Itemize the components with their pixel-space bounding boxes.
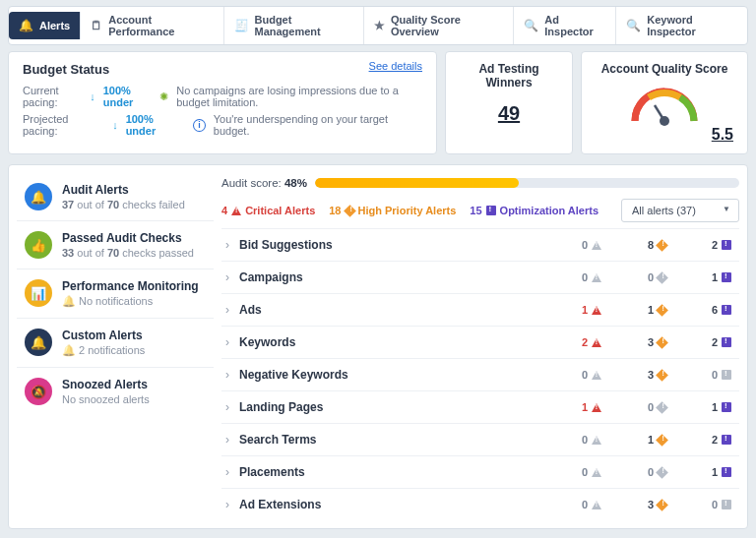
accordion-row-label: Bid Suggestions (239, 238, 556, 252)
alert-count-cell: 1 (556, 401, 601, 413)
tab-icon: 🧾 (234, 19, 249, 32)
accordion-row-label: Negative Keywords (239, 368, 556, 382)
main-content: 🔔 Audit Alerts 37 out of 70 checks faile… (8, 164, 748, 529)
budget-title: Budget Status (23, 62, 422, 77)
alert-count-cell: 0 (556, 239, 601, 251)
tab-keyword-inspector[interactable]: 🔍 Keyword Inspector (616, 7, 747, 44)
current-pacing-msg: No campaigns are losing impressions due … (176, 85, 422, 108)
sidebar-item-performance-monitoring[interactable]: 📊 Performance Monitoring 🔔No notificatio… (17, 269, 214, 319)
tab-icon: 🗒 (91, 19, 102, 32)
alert-count-cell: 3 (621, 336, 666, 348)
chevron-right-icon: › (225, 433, 239, 447)
chevron-right-icon: › (225, 238, 239, 252)
optimization-icon (722, 272, 731, 282)
alert-count-cell: 2 (686, 239, 731, 251)
tab-label: Budget Management (255, 14, 353, 37)
optimization-icon (722, 500, 731, 509)
tab-alerts[interactable]: 🔔 Alerts (9, 12, 81, 39)
critical-icon (592, 371, 601, 380)
high-priority-icon (656, 401, 668, 414)
critical-alerts-filter[interactable]: 4 Critical Alerts (221, 205, 315, 216)
tab-icon: ★ (374, 19, 385, 32)
critical-icon (592, 403, 601, 412)
sidebar-item-custom-alerts[interactable]: 🔔 Custom Alerts 🔔2 notifications (17, 319, 214, 368)
sidebar-item-subtitle: 🔔No notifications (62, 295, 199, 308)
accordion-row-search-terms[interactable]: › Search Terms 012 (221, 423, 739, 455)
high-priority-alerts-filter[interactable]: 18 High Priority Alerts (329, 205, 456, 216)
critical-icon (592, 436, 601, 445)
accordion-row-ad-extensions[interactable]: › Ad Extensions 030 (221, 488, 739, 520)
critical-icon (592, 241, 601, 250)
alert-count-cell: 2 (686, 336, 731, 348)
critical-icon (231, 207, 241, 215)
accordion-row-negative-keywords[interactable]: › Negative Keywords 030 (221, 358, 739, 390)
account-quality-score-card[interactable]: Account Quality Score 5.5 (581, 51, 748, 154)
see-details-link[interactable]: See details (369, 60, 422, 72)
tab-label: Ad Inspector (544, 14, 605, 37)
high-priority-icon (656, 239, 668, 252)
chevron-right-icon: › (225, 400, 239, 414)
ad-testing-winners-card[interactable]: Ad Testing Winners 49 (445, 51, 573, 154)
accordion-row-keywords[interactable]: › Keywords 232 (221, 326, 739, 358)
alert-count-cell: 0 (621, 401, 666, 413)
tab-account-performance[interactable]: 🗒 Account Performance (81, 7, 223, 44)
tab-icon: 🔔 (19, 19, 33, 32)
alert-count-cell: 0 (556, 271, 601, 283)
tab-budget-management[interactable]: 🧾 Budget Management (224, 7, 364, 44)
sun-icon: ✺ (159, 90, 168, 103)
critical-icon (592, 273, 601, 282)
projected-pacing-value: 100% under (126, 113, 185, 137)
high-priority-icon (656, 369, 668, 382)
sidebar-item-audit-alerts[interactable]: 🔔 Audit Alerts 37 out of 70 checks faile… (17, 173, 214, 221)
accordion-row-bid-suggestions[interactable]: › Bid Suggestions 082 (221, 228, 739, 261)
alert-count-cell: 1 (621, 304, 666, 316)
alert-count-cell: 1 (621, 434, 666, 446)
alert-count-cell: 2 (686, 434, 731, 446)
chevron-right-icon: › (225, 465, 239, 479)
tab-label: Quality Score Overview (391, 14, 503, 37)
alert-count-cell: 3 (621, 499, 666, 510)
accordion-row-campaigns[interactable]: › Campaigns 001 (221, 261, 739, 293)
alerts-accordion: › Bid Suggestions 082 › Campaigns 001 › … (221, 228, 739, 520)
optimization-icon (722, 305, 731, 315)
budget-status-card: See details Budget Status Current pacing… (8, 51, 437, 154)
alert-count-cell: 1 (686, 271, 731, 283)
alert-count-cell: 8 (621, 239, 666, 251)
alert-count-cell: 0 (556, 434, 601, 446)
mute-icon: 🔕 (25, 378, 52, 405)
accordion-row-label: Search Terms (239, 433, 556, 447)
audit-score-row: Audit score: 48% (221, 177, 739, 189)
sidebar-item-snoozed-alerts[interactable]: 🔕 Snoozed Alerts No snoozed alerts (17, 368, 214, 415)
current-pacing-label: Current pacing: (23, 85, 82, 108)
tab-quality-score-overview[interactable]: ★ Quality Score Overview (364, 7, 514, 44)
high-priority-icon (344, 205, 356, 217)
critical-icon (592, 501, 601, 509)
accordion-row-placements[interactable]: › Placements 001 (221, 455, 739, 488)
audit-score-bar (315, 178, 739, 188)
tab-label: Alerts (39, 20, 70, 31)
optimization-icon (722, 402, 731, 412)
optimization-alerts-filter[interactable]: 15 Optimization Alerts (470, 205, 598, 216)
sidebar: 🔔 Audit Alerts 37 out of 70 checks faile… (17, 173, 214, 520)
optimization-icon (722, 337, 731, 347)
alert-count-cell: 6 (686, 304, 731, 316)
accordion-row-landing-pages[interactable]: › Landing Pages 101 (221, 390, 739, 423)
accordion-row-label: Placements (239, 465, 556, 479)
qscore-value: 5.5 (712, 126, 733, 144)
bell-icon: 🔔 (25, 183, 52, 210)
thumb-icon: 👍 (25, 231, 52, 259)
chevron-right-icon: › (225, 303, 239, 317)
alerts-filter-dropdown[interactable]: All alerts (37) (621, 199, 739, 222)
optimization-icon (722, 370, 731, 380)
high-priority-icon (656, 466, 668, 479)
tab-icon: 🔍 (626, 19, 641, 32)
sidebar-item-passed-audit-checks[interactable]: 👍 Passed Audit Checks 33 out of 70 check… (17, 221, 214, 269)
sidebar-item-title: Audit Alerts (62, 183, 185, 197)
summary-cards: See details Budget Status Current pacing… (8, 51, 748, 154)
high-priority-icon (656, 434, 668, 447)
accordion-row-ads[interactable]: › Ads 116 (221, 293, 739, 326)
tab-ad-inspector[interactable]: 🔍 Ad Inspector (514, 7, 616, 44)
high-priority-icon (656, 304, 668, 317)
audit-score-label: Audit score: 48% (221, 177, 307, 189)
winners-value: 49 (460, 102, 558, 125)
